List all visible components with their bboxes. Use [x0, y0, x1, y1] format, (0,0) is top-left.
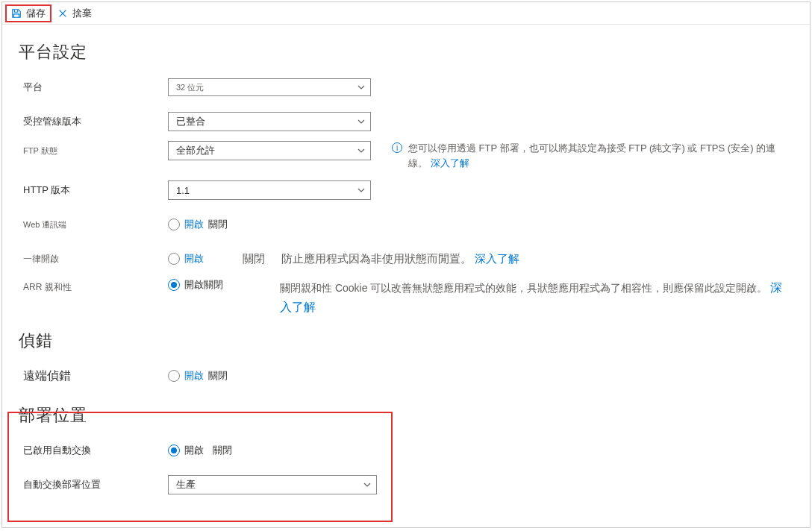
- autoswap-slot-value: 生產: [176, 478, 196, 491]
- arr-hint: 關閉親和性 Cookie 可以改善無狀態應用程式的效能，具狀態應用程式為了相容性…: [280, 278, 793, 316]
- alwayson-label: 一律開啟: [19, 253, 168, 266]
- section-slots: 部署位置: [19, 404, 793, 427]
- pipeline-dropdown[interactable]: 已整合: [168, 112, 371, 131]
- pipeline-value: 已整合: [176, 115, 205, 128]
- radio-off-label: 關閉: [208, 218, 228, 231]
- chevron-down-icon: [357, 117, 366, 126]
- arr-on-radio[interactable]: 開啟: [168, 278, 204, 292]
- platform-label: 平台: [19, 81, 168, 94]
- radio-off-label: 關閉: [213, 444, 232, 457]
- save-label: 儲存: [26, 7, 46, 20]
- arr-off-radio[interactable]: 關閉: [204, 278, 223, 292]
- chevron-down-icon: [363, 480, 372, 489]
- pipeline-label: 受控管線版本: [19, 115, 168, 128]
- arr-hint-text: 關閉親和性 Cookie 可以改善無狀態應用程式的效能，具狀態應用程式為了相容性…: [280, 282, 767, 294]
- ftp-dropdown[interactable]: 全部允許: [168, 141, 371, 160]
- websockets-label: Web 通訊端: [19, 219, 168, 230]
- radio-on-label: 開啟: [184, 369, 204, 383]
- radio-off-label: 關閉: [208, 369, 228, 383]
- ftp-value: 全部允許: [176, 144, 215, 157]
- autoswap-slot-dropdown[interactable]: 生產: [168, 475, 377, 494]
- save-button[interactable]: 儲存: [5, 4, 51, 22]
- radio-on-label: 開啟: [184, 278, 204, 292]
- platform-value: 32 位元: [176, 82, 204, 93]
- autoswap-radio-group: 開啟 關閉: [168, 444, 392, 457]
- radio-on-label: 開啟: [184, 444, 204, 457]
- autoswap-on-radio[interactable]: 開啟: [168, 444, 204, 457]
- autoswap-enabled-label: 已啟用自動交換: [19, 444, 168, 457]
- alwayson-off-text: 關閉: [243, 252, 265, 265]
- alwayson-on-radio[interactable]: 開啟: [168, 252, 204, 266]
- toolbar: 儲存 捨棄: [2, 2, 810, 25]
- info-icon: i: [392, 142, 402, 153]
- section-debug: 偵錯: [19, 330, 793, 352]
- autoswap-slot-label: 自動交換部署位置: [19, 478, 168, 491]
- alwayson-hint-text: 防止應用程式因為非使用狀態而閒置。: [281, 252, 472, 265]
- save-icon: [11, 8, 22, 19]
- alwayson-learn-more-link[interactable]: 深入了解: [475, 252, 519, 265]
- discard-button[interactable]: 捨棄: [51, 4, 98, 22]
- http-label: HTTP 版本: [19, 183, 168, 197]
- close-icon: [57, 8, 68, 19]
- ftp-hint: i 您可以停用透過 FTP 部署，也可以將其設定為接受 FTP (純文字) 或 …: [392, 141, 793, 170]
- remote-debug-label: 遠端偵錯: [19, 368, 168, 384]
- chevron-down-icon: [357, 83, 366, 92]
- section-platform: 平台設定: [19, 41, 793, 63]
- http-dropdown[interactable]: 1.1: [168, 180, 371, 200]
- remote-debug-off-radio[interactable]: 關閉: [208, 369, 228, 383]
- alwayson-radio-group: 開啟: [168, 252, 243, 266]
- ftp-learn-more-link[interactable]: 深入了解: [431, 157, 469, 169]
- autoswap-off-radio[interactable]: 關閉: [213, 444, 232, 457]
- arr-label: ARR 親和性: [19, 278, 168, 294]
- remote-debug-on-radio[interactable]: 開啟: [168, 369, 204, 383]
- platform-dropdown[interactable]: 32 位元: [168, 78, 371, 96]
- websockets-off-radio[interactable]: 關閉: [208, 218, 228, 231]
- http-value: 1.1: [176, 185, 190, 196]
- radio-on-label: 開啟: [184, 252, 204, 266]
- chevron-down-icon: [357, 186, 366, 195]
- websockets-radio-group: 開啟 關閉: [168, 218, 392, 231]
- discard-label: 捨棄: [72, 7, 92, 20]
- ftp-label: FTP 狀態: [19, 141, 168, 157]
- chevron-down-icon: [357, 146, 366, 155]
- radio-on-label: 開啟: [184, 218, 204, 231]
- arr-radio-group: 開啟 關閉: [168, 278, 280, 292]
- radio-off-label: 關閉: [204, 278, 223, 292]
- alwayson-hint: 關閉 防止應用程式因為非使用狀態而閒置。 深入了解: [243, 252, 793, 266]
- remote-debug-radio-group: 開啟 關閉: [168, 369, 392, 383]
- websockets-on-radio[interactable]: 開啟: [168, 218, 204, 231]
